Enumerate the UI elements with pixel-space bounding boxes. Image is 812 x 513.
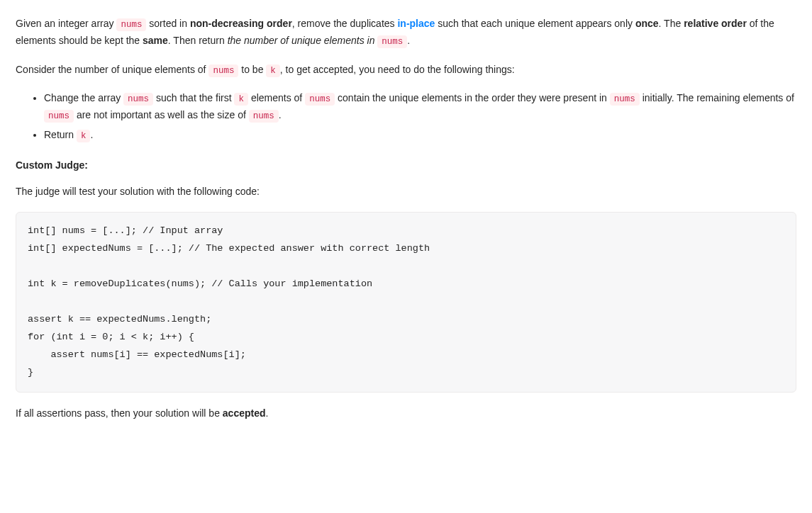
code-k: k: [266, 64, 280, 77]
text: , remove the duplicates: [292, 18, 398, 29]
text: . Then return: [168, 35, 228, 46]
list-item: Return k.: [44, 127, 796, 144]
bold-text: non-decreasing order: [190, 18, 292, 29]
text: such that each unique element appears on…: [435, 18, 635, 29]
text: contain the unique elements in the order…: [335, 92, 610, 103]
list-item: Change the array nums such that the firs…: [44, 90, 796, 125]
bold-text: relative order: [684, 18, 747, 29]
text: .: [90, 129, 93, 140]
text: . The: [659, 18, 684, 29]
judge-intro-paragraph: The judge will test your solution with t…: [16, 184, 796, 201]
bold-text: once: [635, 18, 659, 29]
code-nums: nums: [249, 110, 279, 123]
text: Return: [44, 129, 77, 140]
text: Change the array: [44, 92, 123, 103]
text: If all assertions pass, then your soluti…: [16, 407, 223, 419]
code-nums: nums: [377, 35, 407, 48]
code-nums: nums: [610, 93, 640, 106]
code-nums: nums: [305, 93, 335, 106]
code-nums: nums: [123, 93, 153, 106]
text: elements of: [248, 92, 305, 103]
text: sorted in: [146, 18, 189, 29]
italic-text: the number of unique elements in: [228, 35, 378, 46]
closing-paragraph: If all assertions pass, then your soluti…: [16, 405, 796, 422]
problem-paragraph-2: Consider the number of unique elements o…: [16, 62, 796, 79]
text: .: [407, 35, 410, 46]
code-k: k: [77, 130, 91, 142]
judge-code-block: int[] nums = [...]; // Input array int[]…: [16, 212, 796, 393]
text: to be: [238, 64, 266, 75]
text: .: [279, 109, 282, 120]
text: such that the first: [153, 92, 234, 103]
bold-text: accepted: [223, 407, 266, 419]
code-nums: nums: [208, 64, 238, 77]
problem-paragraph-1: Given an integer array nums sorted in no…: [16, 16, 796, 50]
code-nums: nums: [44, 110, 74, 123]
code-k: k: [234, 93, 248, 106]
inplace-link[interactable]: in-place: [397, 18, 435, 29]
text: , to get accepted, you need to do the fo…: [280, 64, 515, 75]
bold-text: same: [143, 35, 168, 46]
code-nums: nums: [116, 18, 146, 31]
requirements-list: Change the array nums such that the firs…: [16, 90, 796, 145]
text: are not important as well as the size of: [74, 109, 249, 120]
text: Consider the number of unique elements o…: [16, 64, 208, 75]
custom-judge-title: Custom Judge:: [16, 157, 796, 174]
text: Given an integer array: [16, 18, 116, 29]
text: initially. The remaining elements of: [640, 92, 794, 103]
text: .: [266, 407, 269, 419]
